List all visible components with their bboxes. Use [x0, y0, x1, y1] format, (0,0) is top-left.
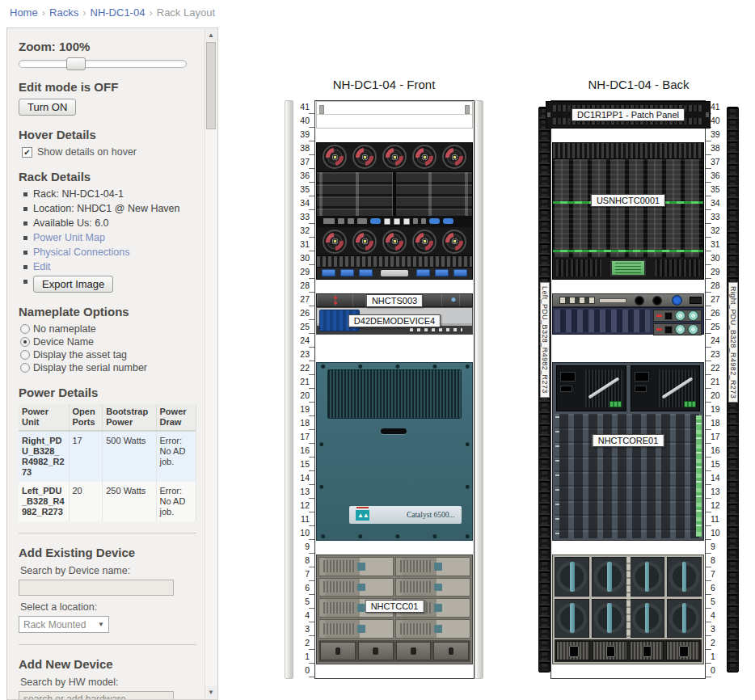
unit-number-14: 14 — [706, 471, 727, 485]
nameplate-option-row[interactable]: No nameplate — [20, 323, 196, 335]
unit-number-8: 8 — [706, 554, 727, 567]
radio-button[interactable] — [20, 337, 30, 347]
rack-unit-scale: 4140393837363534333231302928272625242322… — [706, 100, 727, 677]
unit-number-30: 30 — [706, 251, 727, 265]
bootstrap-power-cell: 500 Watts — [103, 431, 156, 482]
unit-number-29: 29 — [293, 265, 314, 279]
power-unit-link[interactable]: Left_PDU_B328_R4982_R273 — [19, 482, 69, 521]
unit-number-22: 22 — [293, 361, 314, 375]
unit-number-10: 10 — [706, 526, 727, 540]
breadcrumb-item-home[interactable]: Home — [10, 6, 38, 19]
rack-detail-link[interactable]: Physical Connections — [33, 247, 130, 258]
nameplate-option-label: No nameplate — [33, 323, 96, 335]
unit-number-20: 20 — [706, 389, 727, 403]
rack-front-column: NH-DC1-04 - Front41403938373635343332313… — [285, 78, 483, 679]
radio-button[interactable] — [20, 350, 30, 360]
sidebar-scrollbar[interactable]: ▲ ▼ — [205, 29, 217, 698]
zoom-slider-handle[interactable] — [66, 57, 86, 70]
unit-number-6: 6 — [293, 581, 314, 595]
unit-number-31: 31 — [293, 238, 314, 251]
unit-number-2: 2 — [706, 636, 727, 650]
power-draw-cell: Error: No AD job. — [156, 431, 196, 482]
nameplate-option-label: Device Name — [33, 336, 94, 348]
unit-number-19: 19 — [706, 403, 727, 416]
unit-number-11: 11 — [706, 512, 727, 526]
unit-number-38: 38 — [706, 141, 727, 155]
hover-checkbox[interactable]: ✔ — [22, 147, 32, 158]
unit-number-26: 26 — [706, 306, 727, 320]
power-column-header: Open Ports — [69, 404, 103, 431]
scroll-up-arrow[interactable]: ▲ — [205, 29, 217, 41]
unit-number-37: 37 — [293, 155, 314, 169]
unit-number-12: 12 — [293, 499, 314, 512]
turn-on-button[interactable]: Turn ON — [19, 99, 76, 116]
power-unit-link[interactable]: Right_PDU_B328_R4982_R273 — [19, 431, 69, 482]
right-pdu[interactable]: Right_PDU_B328_R4982_R273 — [727, 107, 739, 673]
device-usnhctc0001[interactable]: USNHCTC0001 — [552, 142, 704, 280]
sidebar: Zoom: 100% Edit mode is OFF Turn ON Hove… — [6, 27, 218, 700]
rack-detail-item: Power Unit Map — [23, 232, 196, 243]
rack-detail-link[interactable]: Edit — [33, 261, 51, 272]
breadcrumb-separator: › — [149, 6, 152, 19]
section-divider — [19, 533, 196, 533]
unit-number-31: 31 — [706, 238, 727, 251]
rack-rail-left — [285, 100, 293, 679]
device-ucs-back[interactable] — [552, 555, 704, 664]
device-name-search-input[interactable] — [19, 580, 174, 596]
hw-model-search-input[interactable] — [19, 691, 174, 700]
device-front-chassis[interactable] — [316, 142, 473, 280]
power-table-body: Right_PDU_B328_R4982_R27317500 WattsErro… — [19, 431, 196, 521]
device-server-1u-back[interactable] — [552, 293, 704, 307]
unit-number-25: 25 — [293, 320, 314, 334]
radio-button[interactable] — [20, 324, 30, 334]
left-pdu[interactable]: Left_PDU_B328_R4982_R273 — [538, 107, 550, 673]
export-image-button[interactable]: Export Image — [33, 276, 113, 293]
unit-number-8: 8 — [293, 554, 314, 567]
rack-detail-link[interactable]: Power Unit Map — [33, 232, 105, 243]
unit-number-38: 38 — [293, 141, 314, 155]
power-column-header: Power Unit — [19, 404, 69, 431]
zoom-slider[interactable] — [19, 60, 187, 68]
unit-number-1: 1 — [706, 650, 727, 664]
rack-rail-right — [475, 100, 483, 679]
unit-number-15: 15 — [293, 458, 314, 471]
left-pdu-label: Left_PDU_B328_R4982_R273 — [540, 282, 550, 398]
unit-number-16: 16 — [293, 444, 314, 458]
unit-number-33: 33 — [706, 210, 727, 224]
existing-location-value: Rack Mounted — [23, 619, 86, 630]
device-dc1r1pp1-patch-panel[interactable]: DC1R1PP1 - Patch Panel — [546, 101, 711, 129]
nameplate-option-row[interactable]: Display the serial number — [20, 362, 196, 373]
hover-checkbox-row[interactable]: ✔ Show details on hover — [22, 146, 196, 158]
scroll-down-arrow[interactable]: ▼ — [205, 686, 217, 698]
rack-detail-item: Physical Connections — [23, 247, 196, 258]
device-blank-2u[interactable] — [316, 101, 473, 129]
device-catalyst-rear[interactable]: ▲▲Catalyst 6500... — [316, 362, 473, 541]
breadcrumb-item-nh-dc1-04[interactable]: NH-DC1-04 — [91, 6, 146, 19]
rack-back-title: NH-DC1-04 - Back — [538, 78, 739, 91]
device-nhctcc01[interactable]: NHCTCC01 — [316, 555, 473, 664]
device-print-label: Catalyst 6500... — [407, 511, 455, 519]
device-nhctcore01[interactable]: NHCTCORE01 — [552, 362, 704, 541]
scrollbar-thumb[interactable] — [206, 42, 216, 129]
rack-layout-area: NH-DC1-04 - Front41403938373635343332313… — [285, 78, 739, 679]
nameplate-option-row[interactable]: Device Name — [20, 336, 196, 348]
nameplate-option-row[interactable]: Display the asset tag — [20, 349, 196, 361]
device-rear-2u-back[interactable] — [552, 307, 704, 335]
unit-number-5: 5 — [706, 595, 727, 609]
unit-number-25: 25 — [706, 320, 727, 334]
breadcrumb-item-racks[interactable]: Racks — [49, 6, 78, 19]
rack-detail-item: Export Image — [23, 276, 196, 293]
unit-number-10: 10 — [293, 526, 314, 540]
nameplate-option-label: Display the asset tag — [33, 349, 127, 361]
unit-number-12: 12 — [706, 499, 727, 512]
unit-number-23: 23 — [706, 348, 727, 361]
existing-location-select[interactable]: Rack Mounted ▼ — [19, 616, 109, 633]
radio-button[interactable] — [20, 363, 30, 373]
device-nhcts003[interactable]: NHCTS003 — [316, 293, 473, 307]
unit-number-34: 34 — [293, 196, 314, 210]
unit-number-17: 17 — [293, 430, 314, 444]
unit-number-23: 23 — [293, 348, 314, 361]
rack-detail-item: Location: NHDC1 @ New Haven — [23, 203, 196, 214]
device-d42demodevice4[interactable]: D42DEMODEVICE4 — [316, 307, 473, 335]
rack-interior-back: DC1R1PP1 - Patch PanelUSNHCTC0001NHCTCOR… — [550, 100, 706, 679]
